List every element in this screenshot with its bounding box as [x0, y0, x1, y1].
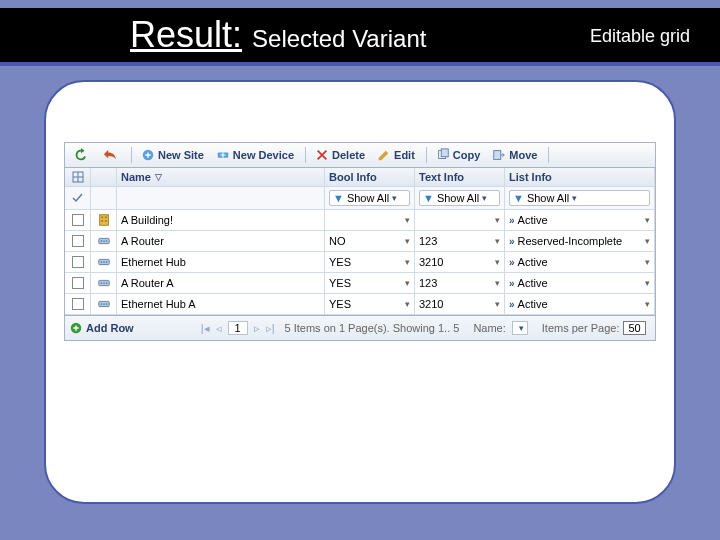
svg-rect-6 [99, 215, 108, 226]
header-text[interactable]: Text Info [415, 168, 505, 186]
row-text-cell[interactable]: 123▾ [415, 231, 505, 251]
funnel-icon: ▼ [423, 192, 434, 204]
filter-list-input[interactable]: ▼ Show All ▾ [509, 190, 650, 206]
row-text-cell[interactable]: 3210▾ [415, 252, 505, 272]
filter-bool[interactable]: ▼ Show All ▾ [325, 187, 415, 209]
filter-text-input[interactable]: ▼ Show All ▾ [419, 190, 500, 206]
row-name-cell[interactable]: A Building! [117, 210, 325, 230]
svg-point-16 [100, 261, 102, 263]
delete-icon [315, 148, 329, 162]
row-name-cell[interactable]: A Router A [117, 273, 325, 293]
header-name[interactable]: Name ▽ [117, 168, 325, 186]
chevron-down-icon: ▾ [519, 323, 524, 333]
pager: |◂ ◃ 1 ▹ ▹| [201, 321, 275, 335]
header-bool[interactable]: Bool Info [325, 168, 415, 186]
row-text-cell[interactable]: 123▾ [415, 273, 505, 293]
table-row[interactable]: A Building!▾▾»Active▾ [65, 210, 655, 231]
row-name: Ethernet Hub A [121, 298, 196, 310]
separator [426, 147, 427, 163]
chevron-right-icon: » [509, 299, 515, 310]
row-checkbox[interactable] [65, 252, 91, 272]
row-list: Active [518, 214, 548, 226]
new-device-button[interactable]: New Device [211, 146, 299, 164]
row-checkbox[interactable] [65, 294, 91, 314]
filter-bool-text: Show All [347, 192, 389, 204]
row-checkbox[interactable] [65, 231, 91, 251]
delete-button[interactable]: Delete [310, 146, 370, 164]
row-bool-cell[interactable]: NO▾ [325, 231, 415, 251]
svg-rect-4 [494, 151, 501, 160]
row-list-cell[interactable]: »Reserved-Incomplete▾ [505, 231, 655, 251]
table-row[interactable]: A RouterNO▾123▾»Reserved-Incomplete▾ [65, 231, 655, 252]
separator [548, 147, 549, 163]
row-list-cell[interactable]: »Active▾ [505, 210, 655, 230]
row-name-cell[interactable]: Ethernet Hub A [117, 294, 325, 314]
back-button[interactable] [98, 146, 125, 164]
move-label: Move [509, 149, 537, 161]
filter-list[interactable]: ▼ Show All ▾ [505, 187, 655, 209]
row-name-cell[interactable]: Ethernet Hub [117, 252, 325, 272]
row-text-cell[interactable]: ▾ [415, 210, 505, 230]
row-bool-cell[interactable]: YES▾ [325, 273, 415, 293]
row-bool-cell[interactable]: YES▾ [325, 252, 415, 272]
pager-first-icon[interactable]: |◂ [201, 322, 210, 335]
table-row[interactable]: Ethernet HubYES▾3210▾»Active▾ [65, 252, 655, 273]
new-device-label: New Device [233, 149, 294, 161]
row-bool: YES [329, 298, 351, 310]
header-selector[interactable] [65, 168, 91, 186]
row-bool-cell[interactable]: YES▾ [325, 294, 415, 314]
row-name: Ethernet Hub [121, 256, 186, 268]
funnel-icon: ▼ [333, 192, 344, 204]
svg-point-24 [100, 303, 102, 305]
filter-icon-col [91, 187, 117, 209]
row-bool: YES [329, 256, 351, 268]
data-grid: New Site New Device Delete Edit Copy [64, 142, 656, 341]
row-checkbox[interactable] [65, 273, 91, 293]
filter-check-toggle[interactable] [65, 187, 91, 209]
chevron-down-icon: ▾ [645, 236, 650, 246]
pager-next-icon[interactable]: ▹ [254, 322, 260, 335]
svg-point-12 [100, 240, 102, 242]
content-panel: New Site New Device Delete Edit Copy [44, 80, 676, 504]
row-type-icon [91, 252, 117, 272]
copy-button[interactable]: Copy [431, 146, 486, 164]
device-icon [97, 276, 111, 290]
undo-icon [103, 148, 117, 162]
pager-page[interactable]: 1 [228, 321, 248, 335]
separator [305, 147, 306, 163]
refresh-button[interactable] [69, 146, 96, 164]
row-list-cell[interactable]: »Active▾ [505, 273, 655, 293]
chevron-down-icon: ▾ [645, 257, 650, 267]
new-site-button[interactable]: New Site [136, 146, 209, 164]
row-list-cell[interactable]: »Active▾ [505, 252, 655, 272]
filter-text[interactable]: ▼ Show All ▾ [415, 187, 505, 209]
table-row[interactable]: Ethernet Hub AYES▾3210▾»Active▾ [65, 294, 655, 315]
chevron-down-icon: ▾ [495, 257, 500, 267]
row-bool-cell[interactable]: ▾ [325, 210, 415, 230]
header-list-label: List Info [509, 171, 552, 183]
pager-last-icon[interactable]: ▹| [266, 322, 275, 335]
grid-icon [72, 171, 84, 183]
new-device-icon [216, 148, 230, 162]
ipp-input[interactable]: 50 [623, 321, 645, 335]
move-button[interactable]: Move [487, 146, 542, 164]
row-text: 3210 [419, 298, 443, 310]
add-row-button[interactable]: Add Row [69, 319, 139, 337]
svg-point-17 [103, 261, 105, 263]
row-text-cell[interactable]: 3210▾ [415, 294, 505, 314]
header-list[interactable]: List Info [505, 168, 655, 186]
filter-bool-input[interactable]: ▼ Show All ▾ [329, 190, 410, 206]
chevron-down-icon: ▾ [405, 236, 410, 246]
row-checkbox[interactable] [65, 210, 91, 230]
edit-button[interactable]: Edit [372, 146, 420, 164]
pager-prev-icon[interactable]: ◃ [216, 322, 222, 335]
svg-point-26 [105, 303, 107, 305]
name-filter-dropdown[interactable]: ▾ [512, 321, 528, 335]
row-name-cell[interactable]: A Router [117, 231, 325, 251]
row-list-cell[interactable]: »Active▾ [505, 294, 655, 314]
svg-rect-7 [101, 217, 103, 219]
chevron-down-icon: ▾ [495, 215, 500, 225]
table-row[interactable]: A Router AYES▾123▾»Active▾ [65, 273, 655, 294]
title-right: Editable grid [590, 26, 690, 47]
sort-indicator-icon: ▽ [155, 172, 162, 182]
